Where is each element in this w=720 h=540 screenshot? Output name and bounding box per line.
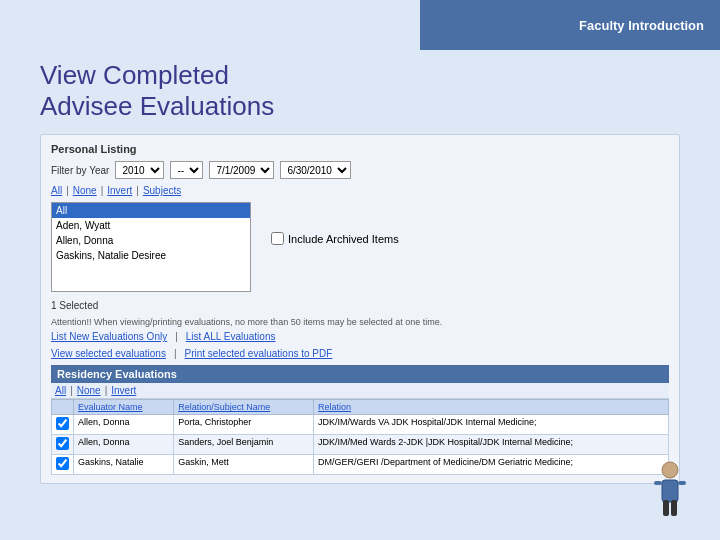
filter-label: Filter by Year (51, 165, 109, 176)
table-row: Gaskins, NatalieGaskin, MettDM/GER/GERI … (52, 455, 669, 475)
form-panel: Personal Listing Filter by Year 20002001… (40, 134, 680, 484)
view-selected-link[interactable]: View selected evaluations (51, 348, 166, 359)
year-from-select[interactable]: 2000200120052010 (115, 161, 164, 179)
evaluator-cell: Gaskins, Natalie (74, 455, 174, 475)
date-from-select[interactable]: 7/1/2009 (209, 161, 274, 179)
all-link[interactable]: All (51, 185, 62, 196)
subjects-list[interactable]: All Aden, Wyatt Allen, Donna Gaskins, Na… (51, 202, 251, 292)
main-content: View Completed Advisee Evaluations Perso… (40, 60, 680, 510)
section-label: Personal Listing (51, 143, 669, 155)
subject-cell: Sanders, Joel Benjamin (174, 435, 314, 455)
list-item[interactable]: Gaskins, Natalie Desiree (52, 248, 250, 263)
row-checkbox-cell (52, 415, 74, 435)
subjects-link[interactable]: Subjects (143, 185, 181, 196)
col-subject[interactable]: Relation/Subject Name (174, 400, 314, 415)
table-section: Residency Evaluations All | None | Inver… (51, 365, 669, 475)
relation-cell: DM/GER/GERI /Department of Medicine/DM G… (314, 455, 669, 475)
svg-rect-2 (663, 500, 669, 516)
row-checkbox[interactable] (56, 437, 69, 450)
table-all-link[interactable]: All (55, 385, 66, 396)
col-evaluator[interactable]: Evaluator Name (74, 400, 174, 415)
page-title: View Completed Advisee Evaluations (40, 60, 680, 122)
relation-cell: JDK/IM/Wards VA JDK Hospital/JDK Interna… (314, 415, 669, 435)
header-title: Faculty Introduction (579, 18, 704, 33)
subject-cell: Gaskin, Mett (174, 455, 314, 475)
row-checkbox-cell (52, 435, 74, 455)
subject-cell: Porta, Christopher (174, 415, 314, 435)
table-row: Allen, DonnaSanders, Joel BenjaminJDK/IM… (52, 435, 669, 455)
row-checkbox[interactable] (56, 457, 69, 470)
col-checkbox (52, 400, 74, 415)
action-links: List New Evaluations Only | List ALL Eva… (51, 331, 669, 342)
relation-cell: JDK/IM/Med Wards 2-JDK |JDK Hospital/JDK… (314, 435, 669, 455)
archive-label: Include Archived Items (288, 233, 399, 245)
list-item[interactable]: Allen, Donna (52, 233, 250, 248)
table-invert-link[interactable]: Invert (111, 385, 136, 396)
month-from-select[interactable]: -- (170, 161, 203, 179)
filter-row: Filter by Year 2000200120052010 -- 7/1/2… (51, 161, 669, 179)
table-header-row: Evaluator Name Relation/Subject Name Rel… (52, 400, 669, 415)
archive-checkbox[interactable] (271, 232, 284, 245)
invert-link[interactable]: Invert (107, 185, 132, 196)
col-relation[interactable]: Relation (314, 400, 669, 415)
svg-rect-5 (678, 481, 686, 485)
none-link[interactable]: None (73, 185, 97, 196)
list-new-link[interactable]: List New Evaluations Only (51, 331, 167, 342)
attention-text: Attention!! When viewing/printing evalua… (51, 317, 669, 327)
list-item[interactable]: All (52, 203, 250, 218)
svg-rect-1 (662, 480, 678, 502)
date-to-select[interactable]: 6/30/2010 (280, 161, 351, 179)
row-checkbox[interactable] (56, 417, 69, 430)
table-row: Allen, DonnaPorta, ChristopherJDK/IM/War… (52, 415, 669, 435)
archive-row: Include Archived Items (271, 232, 399, 245)
table-header: Residency Evaluations (51, 365, 669, 383)
svg-rect-4 (654, 481, 662, 485)
evaluator-cell: Allen, Donna (74, 435, 174, 455)
table-none-link[interactable]: None (77, 385, 101, 396)
row-checkbox-cell (52, 455, 74, 475)
person-icon (650, 460, 690, 520)
list-item[interactable]: Aden, Wyatt (52, 218, 250, 233)
evaluator-cell: Allen, Donna (74, 415, 174, 435)
list-links-row: All | None | Invert | Subjects (51, 185, 669, 196)
header-bar: Faculty Introduction (420, 0, 720, 50)
svg-rect-3 (671, 500, 677, 516)
action-links-2: View selected evaluations | Print select… (51, 348, 669, 359)
selected-count: 1 Selected (51, 300, 669, 311)
table-links-row: All | None | Invert (51, 383, 669, 399)
evaluations-table: Evaluator Name Relation/Subject Name Rel… (51, 399, 669, 475)
list-all-link[interactable]: List ALL Evaluations (186, 331, 276, 342)
svg-point-0 (662, 462, 678, 478)
print-selected-link[interactable]: Print selected evaluations to PDF (185, 348, 333, 359)
